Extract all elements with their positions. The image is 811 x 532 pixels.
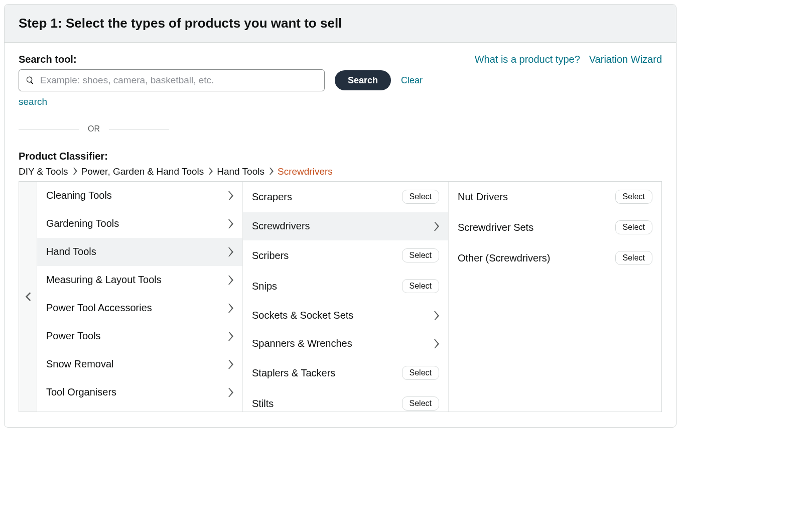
chevron-right-icon: [227, 304, 233, 313]
breadcrumb-item: Screwdrivers: [278, 166, 333, 177]
chevron-right-icon: [72, 166, 77, 177]
classifier-column-2: ScrapersSelectScrewdriversScribersSelect…: [243, 182, 449, 412]
classifier-item[interactable]: Nut DriversSelect: [449, 182, 661, 212]
chevron-right-icon: [227, 276, 233, 285]
or-divider: OR: [19, 124, 169, 134]
classifier-item[interactable]: Spanners & Wrenches: [243, 330, 448, 358]
search-icon: [26, 76, 35, 85]
select-button[interactable]: Select: [402, 190, 439, 204]
classifier-item[interactable]: Power Tool Accessories: [37, 294, 242, 322]
classifier-item-label: Scribers: [252, 250, 289, 261]
classifier-item[interactable]: Staplers & TackersSelect: [243, 358, 448, 388]
select-button[interactable]: Select: [615, 220, 652, 234]
select-button[interactable]: Select: [402, 366, 439, 380]
chevron-right-icon: [227, 247, 233, 256]
step-header: Step 1: Select the types of products you…: [5, 5, 676, 43]
classifier-item-label: Sockets & Socket Sets: [252, 310, 353, 321]
classifier-item[interactable]: Hand Tools: [37, 238, 242, 266]
classifier-item-label: Scrapers: [252, 191, 292, 203]
chevron-right-icon: [433, 339, 439, 348]
classifier-item-label: Cleaning Tools: [46, 190, 112, 201]
classifier-item-label: Stilts: [252, 398, 274, 410]
breadcrumb-item[interactable]: Hand Tools: [217, 166, 264, 177]
chevron-right-icon: [433, 311, 439, 320]
classifier-item-label: Hand Tools: [46, 246, 96, 257]
classifier-item-label: Screwdriver Sets: [458, 222, 533, 233]
variation-wizard-link[interactable]: Variation Wizard: [589, 54, 662, 65]
classifier-item-label: Gardening Tools: [46, 218, 119, 229]
classifier-item-label: Nut Drivers: [458, 191, 508, 203]
select-button[interactable]: Select: [402, 396, 439, 411]
chevron-right-icon: [433, 222, 439, 231]
chevron-left-icon: [25, 291, 32, 302]
classifier-item[interactable]: Other (Screwdrivers)Select: [449, 243, 661, 274]
search-below-link[interactable]: search: [19, 96, 47, 107]
clear-link[interactable]: Clear: [401, 75, 423, 86]
classifier-nav-left[interactable]: [19, 182, 37, 412]
classifier-item-label: Screwdrivers: [252, 220, 310, 232]
classifier-item[interactable]: Measuring & Layout Tools: [37, 266, 242, 294]
classifier-item[interactable]: Screwdrivers: [243, 212, 448, 240]
classifier-item-label: Staplers & Tackers: [252, 367, 335, 379]
classifier-item-label: Other (Screwdrivers): [458, 252, 550, 264]
chevron-right-icon: [268, 166, 274, 177]
select-button[interactable]: Select: [402, 279, 439, 293]
classifier-item[interactable]: Tool Organisers: [37, 378, 242, 407]
breadcrumb-item[interactable]: Power, Garden & Hand Tools: [81, 166, 204, 177]
classifier-item-label: Tool Organisers: [46, 386, 116, 398]
classifier-column-1: Cleaning ToolsGardening ToolsHand ToolsM…: [37, 182, 243, 412]
search-button[interactable]: Search: [335, 70, 391, 90]
select-button[interactable]: Select: [615, 190, 652, 204]
classifier-item[interactable]: Snow Removal: [37, 350, 242, 378]
chevron-right-icon: [227, 191, 233, 200]
breadcrumb: DIY & ToolsPower, Garden & Hand ToolsHan…: [19, 166, 662, 177]
classifier-item[interactable]: Screwdriver SetsSelect: [449, 212, 661, 243]
chevron-right-icon: [208, 166, 213, 177]
select-button[interactable]: Select: [402, 248, 439, 262]
classifier-item-label: Measuring & Layout Tools: [46, 274, 162, 286]
chevron-right-icon: [227, 360, 233, 369]
search-input[interactable]: [19, 69, 325, 91]
step-container: Step 1: Select the types of products you…: [4, 4, 677, 428]
classifier-label: Product Classifier:: [19, 151, 662, 162]
content-area: Search tool: Search Clear search What is…: [5, 43, 676, 427]
classifier-item-label: Power Tools: [46, 330, 101, 342]
chevron-right-icon: [227, 332, 233, 341]
chevron-right-icon: [227, 388, 233, 397]
search-label: Search tool:: [19, 54, 475, 65]
classifier-item-label: Power Tool Accessories: [46, 302, 152, 314]
step-title: Step 1: Select the types of products you…: [19, 16, 662, 31]
classifier-item[interactable]: SnipsSelect: [243, 271, 448, 302]
classifier-item-label: Snow Removal: [46, 358, 114, 370]
select-button[interactable]: Select: [615, 251, 652, 265]
what-is-product-type-link[interactable]: What is a product type?: [475, 54, 580, 65]
classifier-item[interactable]: ScribersSelect: [243, 240, 448, 271]
classifier-item-label: Snips: [252, 281, 277, 292]
classifier-columns: Cleaning ToolsGardening ToolsHand ToolsM…: [19, 181, 662, 412]
classifier-item[interactable]: Gardening Tools: [37, 210, 242, 238]
classifier-item[interactable]: Power Tools: [37, 322, 242, 350]
breadcrumb-item[interactable]: DIY & Tools: [19, 166, 68, 177]
classifier-column-3: Nut DriversSelectScrewdriver SetsSelectO…: [449, 182, 661, 412]
classifier-item[interactable]: ScrapersSelect: [243, 182, 448, 212]
classifier-item-label: Spanners & Wrenches: [252, 338, 352, 349]
chevron-right-icon: [227, 219, 233, 228]
classifier-item[interactable]: Cleaning Tools: [37, 182, 242, 210]
classifier-item[interactable]: Sockets & Socket Sets: [243, 302, 448, 330]
classifier-item[interactable]: StiltsSelect: [243, 388, 448, 412]
